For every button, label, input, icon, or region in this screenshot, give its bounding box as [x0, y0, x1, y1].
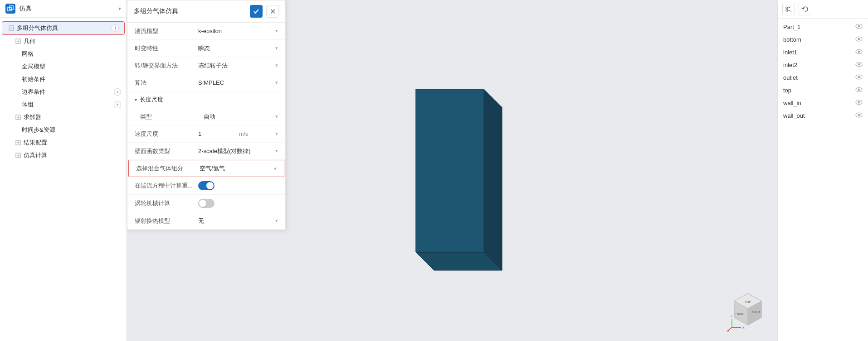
svg-text:X: X [742, 326, 745, 329]
svg-line-37 [788, 10, 791, 11]
part-name: outlet [783, 74, 852, 81]
part-item[interactable]: outlet [778, 71, 868, 84]
svg-point-49 [858, 89, 860, 91]
item-actions: + [114, 101, 121, 108]
add-boundary-btn[interactable]: + [114, 88, 121, 96]
sidebar-item-label: 边界条件 [22, 88, 114, 96]
svg-point-41 [858, 38, 860, 40]
nav-cube-svg: TOP FRONT RIGHT X Y Z [727, 291, 768, 332]
turbulence-model-value[interactable]: k-epsilon ▾ [198, 28, 278, 34]
part-name: inlet2 [783, 62, 852, 68]
algorithm-value[interactable]: SIMPLEC ▾ [198, 79, 278, 86]
visibility-icon[interactable] [855, 23, 863, 30]
visibility-icon[interactable] [855, 36, 863, 43]
sidebar-item-result-config[interactable]: 结果配置 [0, 136, 127, 149]
item-actions: i [112, 24, 119, 32]
svg-point-39 [858, 25, 860, 28]
part-item[interactable]: top [778, 84, 868, 96]
length-scale-label: 长度尺度 [140, 96, 163, 104]
algorithm-row: 算法 SIMPLEC ▾ [127, 74, 285, 91]
type-value[interactable]: 自动 ▾ [204, 113, 278, 121]
visibility-icon[interactable] [855, 86, 863, 94]
sidebar-item-label: 求解器 [24, 113, 121, 121]
turbomachinery-label: 涡轮机械计算 [135, 199, 198, 207]
svg-marker-20 [416, 89, 484, 252]
part-item[interactable]: inlet1 [778, 46, 868, 58]
rotating-interface-text: 冻结转子法 [198, 62, 228, 70]
part-name: wall_in [783, 100, 852, 106]
length-scale-section[interactable]: ▾ 长度尺度 [127, 91, 285, 108]
speed-scale-input[interactable] [198, 130, 212, 137]
part-name: wall_out [783, 112, 852, 119]
visibility-icon[interactable] [855, 112, 863, 119]
turbulence-weight-label: 在湍流方程中计算重... [135, 182, 198, 190]
speed-scale-label: 速度尺度 [135, 130, 198, 138]
dialog-body: 湍流模型 k-epsilon ▾ 时变特性 瞬态 ▾ 转/静交界面方 [127, 23, 285, 230]
radiation-model-label: 辐射换热模型 [135, 217, 198, 225]
svg-text:RIGHT: RIGHT [752, 311, 761, 313]
turbulence-model-row: 湍流模型 k-epsilon ▾ [127, 23, 285, 40]
undo-button[interactable] [799, 3, 811, 15]
svg-point-45 [858, 63, 860, 66]
nav-cube[interactable]: TOP FRONT RIGHT X Y Z [727, 291, 768, 332]
dialog-close-button[interactable]: ✕ [266, 5, 279, 18]
sidebar-item-solver[interactable]: 求解器 [0, 111, 127, 124]
part-item[interactable]: wall_out [778, 109, 868, 122]
speed-scale-value: m/s ▾ [198, 130, 278, 137]
svg-text:Z: Z [727, 330, 729, 332]
expand-icon [8, 24, 15, 32]
dialog-header: 多组分气体仿真 ✕ [127, 0, 285, 23]
svg-text:FRONT: FRONT [736, 312, 745, 315]
part-item[interactable]: wall_in [778, 96, 868, 109]
part-item[interactable]: inlet2 [778, 58, 868, 71]
time-property-value[interactable]: 瞬态 ▾ [198, 44, 278, 53]
sidebar-item-label: 体组 [22, 101, 114, 109]
chevron-down-icon: ▾ [275, 45, 278, 51]
svg-line-36 [788, 7, 791, 8]
dialog-confirm-button[interactable] [250, 5, 263, 18]
visibility-icon[interactable] [855, 74, 863, 81]
scissors-button[interactable] [782, 3, 795, 15]
time-property-text: 瞬态 [198, 44, 210, 53]
algorithm-label: 算法 [135, 79, 198, 87]
add-body-btn[interactable]: + [114, 101, 121, 108]
sidebar-item-label: 仿真计算 [24, 151, 121, 159]
rotating-interface-label: 转/静交界面方法 [135, 62, 198, 70]
turbulence-weight-toggle[interactable] [198, 181, 215, 190]
gas-mixture-row: 选择混合气体组分 空气/氢气 ▾ [128, 160, 284, 177]
visibility-icon[interactable] [855, 61, 863, 68]
turbulence-weight-value [198, 181, 278, 190]
sidebar-item-mesh[interactable]: 网格 [0, 48, 127, 60]
sidebar-item-label: 全局模型 [22, 62, 121, 71]
rotating-interface-value[interactable]: 冻结转子法 ▾ [198, 62, 278, 70]
sidebar-item-label: 多组分气体仿真 [17, 24, 112, 32]
sidebar-item-sim-calc[interactable]: 仿真计算 [0, 149, 127, 162]
sidebar-item-multi-gas-sim[interactable]: 多组分气体仿真 i [2, 21, 125, 35]
info-btn[interactable]: i [112, 24, 119, 32]
radiation-model-value[interactable]: 无 ▾ [198, 217, 278, 225]
part-item[interactable]: bottom [778, 33, 868, 46]
gas-mixture-value[interactable]: 空气/氢气 ▾ [200, 164, 277, 173]
sidebar-item-init-conditions[interactable]: 初始条件 [0, 73, 127, 86]
main-area: 多组分气体仿真 ✕ 湍流模型 k-epsilon ▾ 时变特性 [127, 0, 777, 341]
turbomachinery-toggle[interactable] [198, 199, 215, 208]
svg-text:Y: Y [731, 315, 733, 318]
sidebar-item-boundary-conditions[interactable]: 边界条件 + [0, 86, 127, 98]
chevron-down-icon: ▾ [275, 218, 278, 224]
sidebar-item-geometry[interactable]: 几何 [0, 35, 127, 48]
visibility-icon[interactable] [855, 48, 863, 56]
visibility-icon[interactable] [855, 99, 863, 106]
part-item[interactable]: Part_1 [778, 20, 868, 33]
sidebar-collapse-icon[interactable]: ▾ [118, 5, 121, 12]
sidebar-item-body-group[interactable]: 体组 + [0, 98, 127, 111]
app-logo [5, 4, 15, 14]
item-actions: + [114, 88, 121, 96]
turbulence-weight-row: 在湍流方程中计算重... [127, 177, 285, 195]
wall-func-value[interactable]: 2-scale模型(对数律) ▾ [198, 147, 278, 155]
sidebar-item-global-model[interactable]: 全局模型 [0, 60, 127, 73]
chevron-down-icon: ▾ [275, 114, 278, 120]
speed-scale-row: 速度尺度 m/s ▾ [127, 125, 285, 143]
rotating-interface-row: 转/静交界面方法 冻结转子法 ▾ [127, 57, 285, 74]
sidebar-item-time-resource[interactable]: 时间步&资源 [0, 124, 127, 136]
type-label: 类型 [140, 113, 204, 121]
